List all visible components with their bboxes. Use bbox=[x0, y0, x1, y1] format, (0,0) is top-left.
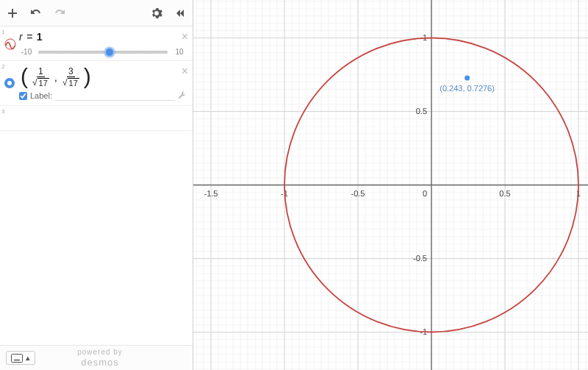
slider[interactable]: -10 10 bbox=[19, 48, 187, 56]
expression-panel: 1 × r = 1 -10 10 2 bbox=[0, 0, 193, 370]
var-r: r bbox=[19, 31, 23, 43]
numerator: 3 bbox=[67, 66, 75, 77]
wrench-icon[interactable] bbox=[178, 90, 187, 101]
value: 1 bbox=[37, 31, 43, 43]
svg-text:-0.5: -0.5 bbox=[413, 254, 427, 263]
left-paren: ( bbox=[21, 65, 28, 88]
brand-text: desmos bbox=[77, 357, 123, 369]
equals: = bbox=[26, 31, 32, 43]
slider-max[interactable]: 10 bbox=[172, 48, 187, 56]
slider-track[interactable] bbox=[38, 51, 168, 54]
powered-by: powered by desmos bbox=[77, 348, 123, 369]
settings-button[interactable] bbox=[150, 7, 163, 20]
graph-svg: -1.5 -1 -0.5 0 0.5 1 0.5 1 -0.5 -1 (0.24… bbox=[193, 0, 588, 370]
svg-text:-0.5: -0.5 bbox=[351, 189, 365, 198]
undo-button[interactable] bbox=[29, 7, 43, 20]
svg-text:0.5: 0.5 bbox=[416, 107, 427, 115]
redo-button[interactable] bbox=[53, 7, 66, 20]
label-text: Label: bbox=[30, 91, 52, 100]
expression-formula[interactable]: r = 1 bbox=[19, 31, 187, 43]
graph-area[interactable]: -1.5 -1 -0.5 0 0.5 1 0.5 1 -0.5 -1 (0.24… bbox=[193, 0, 588, 370]
expression-2[interactable]: 2 × ( 1 √17 , 3 √17 ) bbox=[0, 61, 193, 106]
label-checkbox[interactable] bbox=[19, 92, 27, 100]
toolbar bbox=[0, 0, 193, 26]
expression-list: 1 × r = 1 -10 10 2 bbox=[0, 26, 193, 345]
right-paren: ) bbox=[84, 65, 91, 88]
plotted-point[interactable] bbox=[465, 76, 470, 81]
radicand: 17 bbox=[37, 78, 49, 88]
add-expression-button[interactable] bbox=[6, 7, 19, 20]
svg-text:0: 0 bbox=[423, 189, 427, 198]
svg-text:-1.5: -1.5 bbox=[204, 189, 218, 198]
label-row: Label: bbox=[19, 90, 187, 101]
collapse-panel-button[interactable] bbox=[173, 7, 187, 20]
svg-rect-1 bbox=[12, 354, 23, 362]
point-label: (0.243, 0.7276) bbox=[440, 84, 495, 93]
delete-expression-button[interactable]: × bbox=[182, 31, 188, 43]
fraction-2: 3 √17 bbox=[61, 66, 81, 88]
caret-up-icon: ▴ bbox=[26, 353, 30, 363]
comma: , bbox=[54, 71, 57, 83]
curve-icon[interactable] bbox=[4, 38, 15, 49]
expression-formula[interactable]: ( 1 √17 , 3 √17 ) bbox=[19, 65, 187, 88]
slider-thumb[interactable] bbox=[104, 47, 115, 57]
expression-index: 2 bbox=[1, 63, 4, 70]
expression-3[interactable]: 3 bbox=[0, 106, 193, 131]
label-input[interactable] bbox=[55, 91, 175, 101]
keyboard-button[interactable]: ▴ bbox=[6, 351, 35, 365]
expression-index: 1 bbox=[1, 29, 4, 35]
expression-1[interactable]: 1 × r = 1 -10 10 bbox=[0, 26, 193, 61]
delete-expression-button[interactable]: × bbox=[182, 65, 188, 77]
numerator: 1 bbox=[37, 66, 45, 77]
powered-text: powered by bbox=[77, 348, 123, 357]
radicand: 17 bbox=[68, 78, 79, 88]
point-icon[interactable] bbox=[4, 78, 15, 88]
footer: ▴ powered by desmos bbox=[0, 345, 193, 370]
fraction-1: 1 √17 bbox=[31, 66, 51, 88]
slider-min[interactable]: -10 bbox=[19, 48, 34, 56]
svg-text:0.5: 0.5 bbox=[499, 189, 510, 198]
expression-index: 3 bbox=[1, 108, 4, 115]
